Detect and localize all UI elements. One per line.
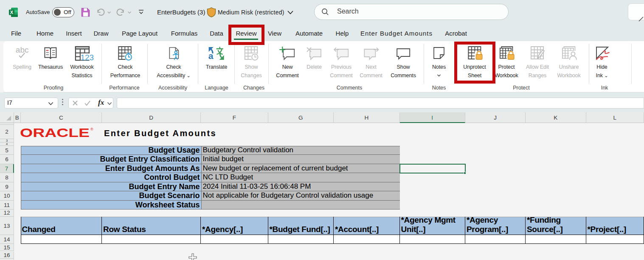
svg-text:X: X xyxy=(10,10,14,15)
svg-text:®: ® xyxy=(90,127,93,131)
svg-text:a: a xyxy=(208,51,214,61)
svg-text:abc: abc xyxy=(16,46,29,54)
svg-text:123: 123 xyxy=(80,53,94,62)
svg-text:ORACLE: ORACLE xyxy=(20,127,90,139)
